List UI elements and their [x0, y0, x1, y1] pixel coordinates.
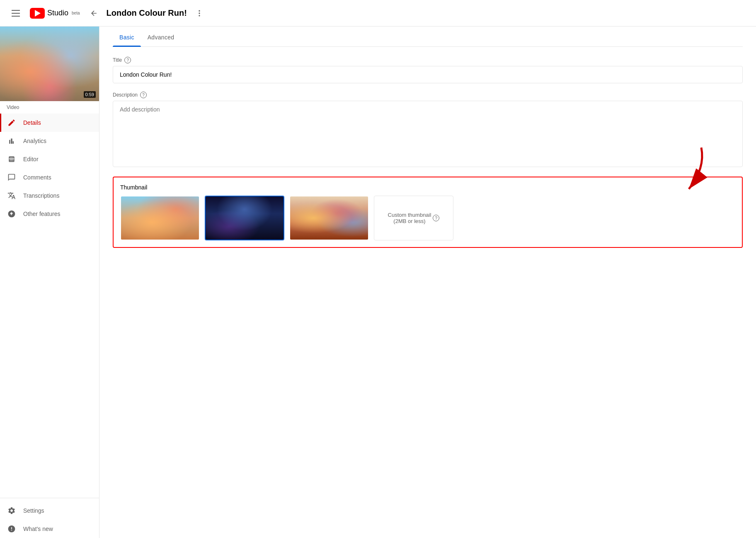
content-area: Basic Advanced Title ? Description ? — [99, 27, 756, 538]
description-input[interactable] — [113, 101, 743, 167]
app-header: Studiobeta London Colour Run! — [0, 0, 756, 27]
video-thumbnail — [0, 27, 99, 101]
sidebar-bottom: Settings What's new — [0, 502, 99, 538]
title-label-text: Title — [113, 57, 122, 63]
thumbnail-wrapper: Thumbnail — [113, 177, 743, 248]
title-field: Title ? — [113, 57, 743, 83]
features-icon — [7, 209, 17, 219]
thumbnail-image-1 — [121, 196, 199, 240]
custom-thumbnail-help-icon[interactable]: ? — [433, 215, 439, 221]
comment-icon — [7, 172, 17, 182]
sidebar-item-whats-new-label: What's new — [23, 526, 53, 532]
sidebar-divider — [0, 498, 99, 498]
thumbnail-section: Thumbnail — [113, 177, 743, 248]
svg-point-0 — [199, 10, 200, 11]
video-thumbnail-container: 0:59 — [0, 27, 99, 101]
sidebar-item-details[interactable]: Details — [0, 114, 99, 132]
tab-advanced[interactable]: Advanced — [141, 28, 181, 46]
sidebar-item-editor-label: Editor — [23, 156, 39, 162]
custom-thumbnail-text: Custom thumbnail(2MB or less) — [388, 212, 431, 224]
sidebar-item-whats-new[interactable]: What's new — [0, 520, 99, 538]
sidebar-item-editor[interactable]: Editor — [0, 150, 99, 168]
sidebar-item-transcriptions[interactable]: Transcriptions — [0, 187, 99, 205]
sidebar-item-analytics-label: Analytics — [23, 138, 46, 144]
thumbnail-options: Custom thumbnail(2MB or less) ? — [120, 196, 735, 240]
title-label-row: Title ? — [113, 57, 743, 63]
sidebar-item-details-label: Details — [23, 119, 41, 126]
description-field: Description ? — [113, 92, 743, 168]
description-help-icon[interactable]: ? — [140, 92, 147, 98]
hamburger-menu[interactable] — [8, 7, 23, 20]
edit-icon — [7, 118, 17, 128]
title-input[interactable] — [113, 66, 743, 83]
title-help-icon[interactable]: ? — [124, 57, 131, 63]
tab-basic[interactable]: Basic — [113, 28, 141, 46]
header-left: Studiobeta — [8, 7, 80, 20]
description-label-text: Description — [113, 92, 138, 98]
custom-thumbnail-button[interactable]: Custom thumbnail(2MB or less) ? — [374, 196, 453, 240]
translate-icon — [7, 191, 17, 201]
header-center: London Colour Run! — [87, 6, 748, 21]
sidebar-item-transcriptions-label: Transcriptions — [23, 192, 59, 199]
thumbnail-option-1[interactable] — [120, 196, 200, 240]
sidebar-item-comments[interactable]: Comments — [0, 168, 99, 187]
more-options-button[interactable] — [192, 6, 207, 21]
thumbnail-label: Thumbnail — [120, 184, 735, 191]
sidebar-item-other-features-label: Other features — [23, 211, 61, 217]
tab-bar: Basic Advanced — [113, 27, 743, 47]
video-duration: 0:59 — [84, 91, 96, 98]
page-title: London Colour Run! — [107, 8, 187, 18]
settings-icon — [7, 506, 17, 516]
studio-text: Studio — [47, 9, 68, 17]
film-icon — [7, 154, 17, 164]
youtube-studio-logo: Studiobeta — [30, 8, 80, 19]
beta-badge: beta — [72, 11, 80, 15]
bar-chart-icon — [7, 136, 17, 146]
sidebar-item-comments-label: Comments — [23, 174, 51, 181]
alert-icon — [7, 524, 17, 534]
video-section-label: Video — [0, 101, 99, 114]
sidebar-navigation: Details Analytics Editor — [0, 114, 99, 494]
svg-point-2 — [199, 15, 200, 16]
sidebar: 0:59 Video Details Analytic — [0, 27, 99, 538]
sidebar-item-analytics[interactable]: Analytics — [0, 132, 99, 150]
sidebar-item-settings-label: Settings — [23, 507, 44, 514]
svg-point-1 — [199, 12, 200, 14]
thumbnail-image-2 — [206, 196, 284, 240]
thumbnail-image-3 — [290, 196, 368, 240]
back-button[interactable] — [87, 6, 102, 21]
description-label-row: Description ? — [113, 92, 743, 98]
thumbnail-option-2[interactable] — [205, 196, 284, 240]
thumbnail-option-3[interactable] — [289, 196, 369, 240]
youtube-icon — [30, 8, 45, 19]
main-layout: 0:59 Video Details Analytic — [0, 27, 756, 538]
sidebar-item-other-features[interactable]: Other features — [0, 205, 99, 223]
sidebar-item-settings[interactable]: Settings — [0, 502, 99, 520]
custom-thumbnail-label-row: Custom thumbnail(2MB or less) ? — [388, 212, 440, 224]
